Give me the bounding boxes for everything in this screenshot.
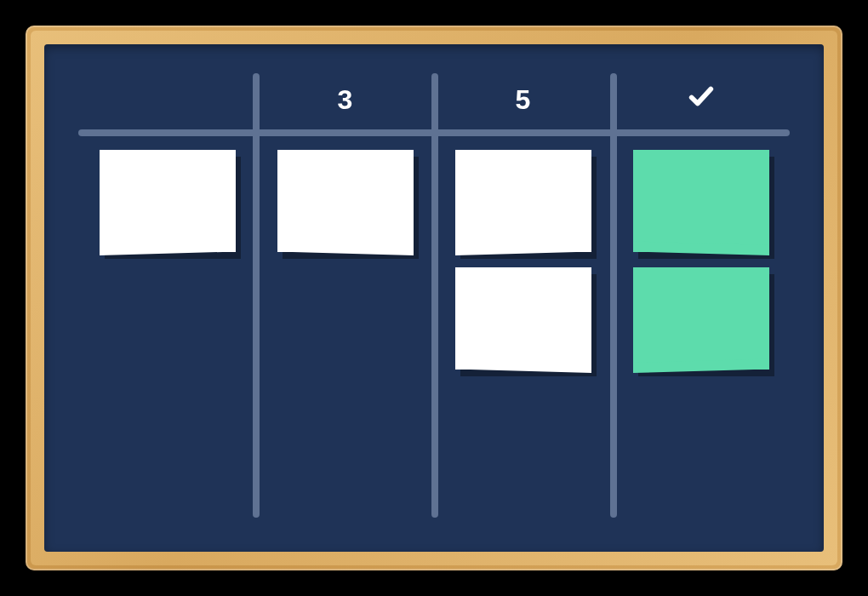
column-4-body [619, 129, 783, 370]
column-3: 5 [434, 70, 612, 518]
column-2: 3 [256, 70, 434, 518]
columns-container: 3 5 [44, 44, 824, 552]
column-2-header-label: 3 [338, 84, 353, 116]
kanban-card[interactable] [277, 150, 414, 252]
column-1-body [85, 129, 249, 252]
column-3-body [441, 129, 605, 370]
kanban-card[interactable] [455, 267, 591, 370]
kanban-card[interactable] [633, 150, 769, 252]
kanban-card[interactable] [633, 267, 769, 370]
picture-frame-outer: 3 5 [26, 26, 842, 570]
column-2-body [263, 129, 427, 252]
column-4 [612, 70, 790, 518]
column-3-header: 5 [441, 70, 605, 129]
kanban-card[interactable] [455, 150, 591, 252]
kanban-card[interactable] [100, 150, 236, 252]
column-1-header [85, 70, 249, 129]
column-2-header: 3 [263, 70, 427, 129]
column-3-header-label: 5 [516, 84, 531, 116]
picture-frame-inner: 3 5 [31, 31, 837, 565]
checkmark-icon [687, 82, 716, 117]
column-4-header [619, 70, 783, 129]
kanban-board: 3 5 [44, 44, 824, 552]
column-1 [78, 70, 256, 518]
